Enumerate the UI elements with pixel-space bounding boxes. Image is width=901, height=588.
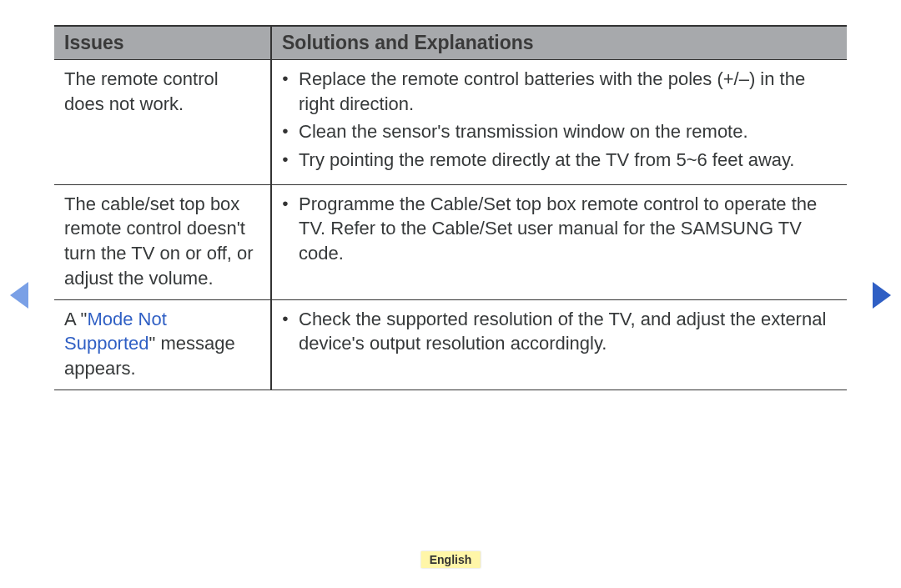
solution-item: Check the supported resolution of the TV… (282, 307, 837, 356)
solution-list: Check the supported resolution of the TV… (282, 307, 837, 356)
page-content: Issues Solutions and Explanations The re… (0, 0, 901, 390)
table-row: The remote control does not work.Replace… (54, 60, 847, 185)
issue-text: The remote control does not work. (64, 68, 219, 114)
issue-text: The cable/set top box remote control doe… (64, 193, 254, 289)
issue-text: A " (64, 309, 87, 329)
solution-list: Programme the Cable/Set top box remote c… (282, 192, 837, 266)
header-issues: Issues (54, 26, 271, 60)
solution-item: Clean the sensor's transmission window o… (282, 119, 837, 144)
solution-cell: Programme the Cable/Set top box remote c… (271, 184, 847, 299)
solution-item: Try pointing the remote directly at the … (282, 148, 837, 173)
language-label: English (421, 551, 481, 568)
troubleshooting-table: Issues Solutions and Explanations The re… (54, 25, 847, 390)
nav-arrow-left-icon[interactable] (10, 282, 28, 309)
issue-cell: The remote control does not work. (54, 60, 271, 185)
table-row: The cable/set top box remote control doe… (54, 184, 847, 299)
solution-cell: Check the supported resolution of the TV… (271, 299, 847, 389)
header-solutions: Solutions and Explanations (271, 26, 847, 60)
solution-item: Replace the remote control batteries wit… (282, 67, 837, 116)
table-row: A "Mode Not Supported" message appears.C… (54, 299, 847, 389)
solution-item: Programme the Cable/Set top box remote c… (282, 192, 837, 266)
nav-arrow-right-icon[interactable] (873, 282, 891, 309)
issue-cell: A "Mode Not Supported" message appears. (54, 299, 271, 389)
solution-list: Replace the remote control batteries wit… (282, 67, 837, 173)
issue-cell: The cable/set top box remote control doe… (54, 184, 271, 299)
solution-cell: Replace the remote control batteries wit… (271, 60, 847, 185)
